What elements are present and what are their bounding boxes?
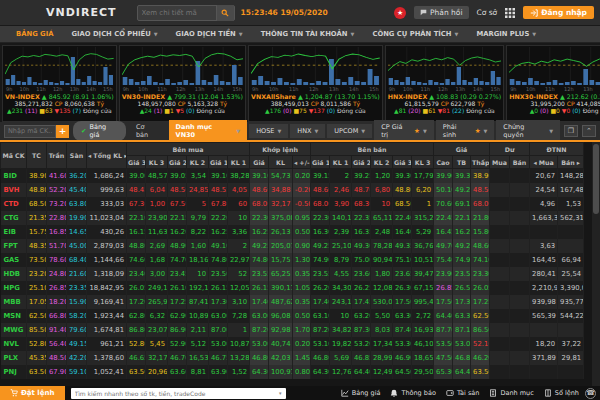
cell-s3p[interactable]: 87.40 — [393, 323, 412, 337]
cell-s1p[interactable]: 48.60 — [311, 183, 330, 197]
col-header-s1p[interactable]: Giá 1 — [311, 156, 330, 169]
cell-s3p[interactable]: 17.50 — [393, 295, 412, 309]
cell-b3p[interactable]: 48.80 — [127, 239, 146, 253]
cell-mp[interactable]: 53.00 — [250, 337, 269, 351]
cell-s3p[interactable]: 49.35 — [393, 239, 412, 253]
cell-s1p[interactable]: 64.30 — [311, 365, 330, 379]
cell-s1p[interactable]: 39.15 — [311, 169, 330, 184]
col-header-fsell[interactable]: Bán ▸ — [558, 156, 584, 169]
cell-s2p[interactable]: 46.85 — [352, 351, 371, 365]
cell-b1p[interactable]: 46.75 — [209, 351, 228, 365]
cell-s3p[interactable]: 64.50 — [393, 365, 412, 379]
board-view-pill[interactable]: ✔ Bảng giá — [73, 121, 126, 141]
cell-s2p[interactable]: 39.25 — [352, 169, 371, 184]
cell-code[interactable]: MBB — [1, 295, 27, 309]
cell-s3p[interactable]: 48.80 — [393, 183, 412, 197]
col-header-chg[interactable]: ◂ +/- ▸ — [293, 156, 311, 169]
col-header-ceil[interactable]: Trần — [47, 143, 67, 169]
cell-s3p[interactable]: 63.30 — [393, 309, 412, 323]
col-header-s3p[interactable]: Giá 3 — [393, 156, 412, 169]
symbol-search-input[interactable] — [138, 9, 216, 17]
index-box-hnx30-index[interactable]: 9h10h11h12h13h14h15hHNX30-INDEX ▲ 212.62… — [506, 45, 600, 122]
add-symbol-button[interactable]: + — [56, 125, 69, 138]
cell-b2p[interactable]: 16.20 — [168, 225, 187, 239]
bottom-link-t-i-s-n[interactable]: Tài sản — [446, 389, 480, 397]
cell-b3p[interactable]: 74.60 — [127, 253, 146, 267]
cell-b1p[interactable]: 67.80 — [209, 197, 228, 211]
cell-b1p[interactable]: 39.10 — [209, 169, 228, 184]
cell-b1p[interactable]: 49.10 — [209, 239, 228, 253]
bottom-link-b-ng-gi-[interactable]: Bảng giá — [341, 389, 381, 397]
support-icon[interactable]: ☎ — [585, 388, 596, 399]
tab-upcom[interactable]: UPCOM▼ — [327, 124, 372, 138]
cell-b2p[interactable]: 63.60 — [168, 365, 187, 379]
cell-mp[interactable]: 74.80 — [250, 253, 269, 267]
cell-mp[interactable]: 39.10 — [250, 169, 269, 184]
chevron-down-icon[interactable]: ▾ — [279, 390, 282, 396]
cell-b2p[interactable]: 67.50 — [168, 197, 187, 211]
cell-mp[interactable]: 23.55 — [250, 267, 269, 281]
nav-item-4[interactable]: THÔNG TIN TÀI KHOẢN▼ — [253, 28, 363, 40]
cell-s2p[interactable]: 16.35 — [352, 225, 371, 239]
col-header-b3v[interactable]: KL 3 — [146, 156, 168, 169]
cell-mp[interactable]: 48.60 — [250, 183, 269, 197]
cell-b1p[interactable]: 63.00 — [209, 309, 228, 323]
cell-b3p[interactable]: 48.45 — [127, 183, 146, 197]
cell-s3p[interactable]: 46.90 — [393, 351, 412, 365]
cell-b1p[interactable]: 22.20 — [209, 211, 228, 225]
collapse-chevron-up-icon[interactable]: ⌃ — [582, 125, 596, 137]
nav-item-2[interactable]: GIAO DỊCH CỔ PHIẾU▼ — [63, 28, 165, 40]
col-header-b1v[interactable]: KL 1 — [228, 156, 250, 169]
col-header-rbuy[interactable]: Mua — [490, 156, 510, 169]
cell-code[interactable]: MWG — [1, 323, 27, 337]
account-mode-label[interactable]: Cơ sở — [477, 8, 498, 17]
cell-b3p[interactable]: 62.80 — [127, 309, 146, 323]
cell-b3p[interactable]: 39.00 — [127, 169, 146, 184]
apps-grid-icon[interactable] — [505, 8, 515, 18]
index-box-vn-index[interactable]: 9h10h11h12h13h14h15hVN-INDEX ▲ 845.92 (8… — [2, 45, 117, 122]
col-header-s3v[interactable]: KL 3 — [412, 156, 434, 169]
col-header-b2v[interactable]: KL 2 — [187, 156, 209, 169]
index-box-hnx-index[interactable]: 9h10h11h12h13h14h15hHNX-INDEX ▲ 108.83 (… — [385, 45, 504, 122]
cell-mp[interactable]: 26.15 — [250, 281, 269, 295]
cell-s2p[interactable]: 26.25 — [352, 281, 371, 295]
cell-b3p[interactable]: 67.30 — [127, 197, 146, 211]
col-header-s1v[interactable]: KL 1 — [330, 156, 352, 169]
cell-b2p[interactable]: 62.90 — [168, 309, 187, 323]
cell-mp[interactable]: 63.00 — [250, 309, 269, 323]
cell-mp[interactable]: 16.25 — [250, 225, 269, 239]
vertical-scrollbar[interactable] — [592, 142, 600, 386]
cell-s1p[interactable]: 74.90 — [311, 253, 330, 267]
cell-s3p[interactable]: 23.65 — [393, 267, 412, 281]
col-header-fbuy[interactable]: ◂ Mua — [530, 156, 558, 169]
col-header-high[interactable]: Cao — [434, 156, 453, 169]
cell-s1p[interactable]: 87.20 — [311, 323, 330, 337]
cell-s2p[interactable]: 23.60 — [352, 267, 371, 281]
cell-s2p[interactable]: 75.00 — [352, 253, 371, 267]
cell-code[interactable]: EIB — [1, 225, 27, 239]
cell-code[interactable]: CTD — [1, 197, 27, 211]
tab-danh-m-c-vn30[interactable]: Danh mục VN30▼ — [169, 120, 248, 142]
cell-b2p[interactable]: 26.10 — [168, 281, 187, 295]
tab-cp-gi-tr-[interactable]: CP Giá trị★▼ — [374, 120, 434, 142]
place-order-button[interactable]: Đặt lệnh — [0, 386, 65, 400]
cell-s3p[interactable]: 16.40 — [393, 225, 412, 239]
nav-item-1[interactable]: BẢNG GIÁ — [8, 28, 61, 40]
cell-s2p[interactable]: 49.30 — [352, 239, 371, 253]
cell-s2p[interactable]: 64.40 — [352, 365, 371, 379]
cell-s2p[interactable]: 17.45 — [352, 295, 371, 309]
cell-s1p[interactable]: 17.40 — [311, 295, 330, 309]
cell-mp[interactable]: 68.00 — [250, 197, 269, 211]
col-header-b1p[interactable]: Giá 1 — [209, 156, 228, 169]
basic-mode-label[interactable]: Cơ bản — [136, 123, 159, 139]
cell-mp[interactable]: 64.30 — [250, 365, 269, 379]
cell-s1p[interactable]: 46.80 — [311, 351, 330, 365]
cell-s1p[interactable]: 49.25 — [311, 239, 330, 253]
cell-s3p[interactable]: 39.30 — [393, 169, 412, 184]
cell-s3p[interactable]: 26.30 — [393, 281, 412, 295]
cell-b3p[interactable]: 52.80 — [127, 337, 146, 351]
feedback-button[interactable]: Phản hồi — [414, 6, 468, 19]
col-header-b3p[interactable]: Giá 3 — [127, 156, 146, 169]
cell-b1p[interactable]: 23.50 — [209, 267, 228, 281]
cell-code[interactable]: HDB — [1, 267, 27, 281]
